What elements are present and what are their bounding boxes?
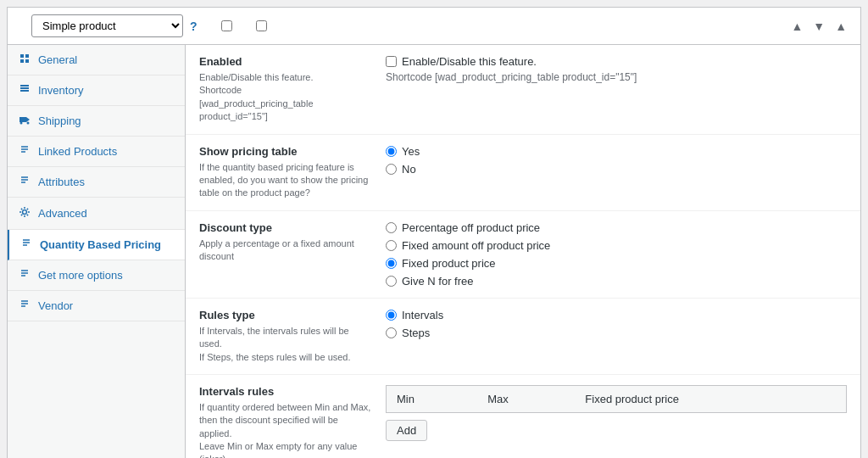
sidebar-label-shipping: Shipping	[38, 114, 81, 127]
radio-group-show-pricing-table: YesNo	[386, 145, 847, 176]
label-col-show-pricing-table: Show pricing tableIf the quantity based …	[199, 145, 386, 200]
radio-label-yes: Yes	[402, 145, 420, 158]
radio-label-give-n-free: Give N for free	[402, 275, 474, 288]
value-col-discount-type: Percentage off product priceFixed amount…	[386, 221, 847, 288]
sidebar-icon-vendor	[18, 299, 31, 312]
svg-rect-5	[20, 90, 29, 92]
radio-discount-type-give-n-free[interactable]	[386, 276, 397, 287]
intervals-col-header-0: Min	[387, 385, 478, 412]
radio-discount-type-percentage[interactable]	[386, 222, 397, 233]
sidebar-label-quantity-based-pricing: Quantity Based Pricing	[40, 238, 161, 251]
virtual-checkbox[interactable]	[221, 20, 232, 31]
sidebar-icon-linked-products	[18, 145, 31, 158]
svg-rect-6	[20, 85, 29, 87]
main-content: EnabledEnable/Disable this feature.Short…	[186, 45, 860, 458]
svg-point-9	[20, 122, 23, 125]
expand-button[interactable]: ▲	[832, 18, 850, 35]
product-type-select[interactable]: Simple productVariable productGrouped pr…	[31, 14, 183, 37]
desc-show-pricing-table: If the quantity based pricing feature is…	[199, 161, 372, 200]
label-intervals-rules: Intervals rules	[199, 385, 372, 398]
value-col-rules-type: IntervalsSteps	[386, 309, 847, 339]
radio-show-pricing-table-yes[interactable]	[386, 146, 397, 157]
sidebar-item-general[interactable]: General	[8, 45, 185, 75]
svg-rect-4	[20, 87, 29, 89]
radio-label-percentage: Percentage off product price	[402, 221, 540, 234]
radio-item-no: No	[386, 163, 847, 176]
radio-item-fixed-price: Fixed product price	[386, 257, 847, 270]
sidebar-icon-get-more-options	[18, 269, 31, 282]
intervals-col-header-1: Max	[477, 385, 575, 412]
label-show-pricing-table: Show pricing table	[199, 145, 372, 158]
settings-row-enabled: EnabledEnable/Disable this feature.Short…	[186, 45, 860, 135]
svg-marker-8	[26, 117, 30, 122]
radio-label-steps: Steps	[402, 327, 430, 339]
sidebar: GeneralInventoryShippingLinked ProductsA…	[8, 45, 186, 458]
label-rules-type: Rules type	[199, 309, 372, 321]
label-col-intervals-rules: Intervals rulesIf quantity ordered betwe…	[199, 385, 386, 458]
radio-discount-type-fixed-amount[interactable]	[386, 240, 397, 251]
add-interval-button[interactable]: Add	[386, 420, 427, 441]
svg-point-11	[23, 210, 27, 215]
svg-rect-2	[20, 59, 24, 63]
radio-label-fixed-price: Fixed product price	[402, 257, 496, 270]
radio-item-give-n-free: Give N for free	[386, 275, 847, 288]
sidebar-icon-advanced	[18, 206, 31, 221]
sidebar-label-general: General	[38, 53, 77, 66]
sidebar-item-shipping[interactable]: Shipping	[8, 106, 185, 137]
radio-item-yes: Yes	[386, 145, 847, 158]
settings-row-rules-type: Rules typeIf Intervals, the intervals ru…	[186, 299, 860, 375]
sidebar-icon-quantity-based-pricing	[19, 238, 33, 251]
value-col-show-pricing-table: YesNo	[386, 145, 847, 176]
svg-rect-1	[25, 54, 29, 58]
radio-group-rules-type: IntervalsSteps	[386, 309, 847, 339]
collapse-up-button[interactable]: ▲	[787, 18, 806, 35]
panel-header: Simple productVariable productGrouped pr…	[8, 8, 860, 45]
settings-row-intervals-rules: Intervals rulesIf quantity ordered betwe…	[186, 375, 860, 458]
sidebar-item-attributes[interactable]: Attributes	[8, 167, 185, 198]
sidebar-icon-general	[18, 53, 31, 66]
sidebar-item-get-more-options[interactable]: Get more options	[8, 260, 185, 291]
product-data-panel: Simple productVariable productGrouped pr…	[7, 7, 861, 458]
label-col-enabled: EnabledEnable/Disable this feature.Short…	[199, 55, 386, 124]
svg-rect-0	[20, 54, 24, 58]
svg-rect-3	[25, 59, 29, 63]
sidebar-label-attributes: Attributes	[38, 176, 85, 188]
desc-enabled: Enable/Disable this feature.Shortcode[wa…	[199, 71, 372, 124]
radio-label-intervals: Intervals	[402, 309, 443, 321]
sidebar-item-vendor[interactable]: Vendor	[8, 291, 185, 321]
desc-rules-type: If Intervals, the intervals rules will b…	[199, 325, 372, 364]
downloadable-checkbox[interactable]	[256, 20, 267, 31]
sidebar-label-linked-products: Linked Products	[38, 145, 117, 158]
sidebar-item-inventory[interactable]: Inventory	[8, 75, 185, 106]
sidebar-label-advanced: Advanced	[38, 207, 87, 220]
panel-body: GeneralInventoryShippingLinked ProductsA…	[8, 45, 860, 458]
radio-rules-type-steps[interactable]	[386, 327, 397, 338]
radio-discount-type-fixed-price[interactable]	[386, 258, 397, 269]
collapse-down-button[interactable]: ▼	[810, 18, 828, 35]
help-button[interactable]: ?	[190, 20, 198, 33]
shortcode-display: Shortcode [wad_product_pricing_table pro…	[386, 71, 847, 83]
desc-intervals-rules: If quantity ordered between Min and Max,…	[199, 401, 372, 458]
sidebar-item-advanced[interactable]: Advanced	[8, 198, 185, 230]
settings-row-discount-type: Discount typeApply a percentage or a fix…	[186, 211, 860, 299]
sidebar-label-inventory: Inventory	[38, 84, 83, 97]
radio-item-intervals: Intervals	[386, 309, 847, 321]
sidebar-label-vendor: Vendor	[38, 299, 73, 312]
sidebar-item-linked-products[interactable]: Linked Products	[8, 137, 185, 167]
sidebar-icon-shipping	[18, 114, 31, 127]
radio-show-pricing-table-no[interactable]	[386, 164, 397, 175]
svg-rect-7	[19, 117, 26, 122]
sidebar-item-quantity-based-pricing[interactable]: Quantity Based Pricing	[8, 230, 185, 260]
radio-label-fixed-amount: Fixed amount off product price	[402, 239, 550, 252]
collapse-controls: ▲ ▼ ▲	[787, 18, 850, 35]
radio-rules-type-intervals[interactable]	[386, 310, 397, 321]
enabled-checkbox[interactable]	[386, 56, 397, 67]
value-col-intervals-rules: MinMaxFixed product priceAdd	[386, 385, 847, 441]
value-col-enabled: Enable/Disable this feature.Shortcode [w…	[386, 55, 847, 83]
sidebar-label-get-more-options: Get more options	[38, 269, 123, 282]
desc-discount-type: Apply a percentage or a fixed amount dis…	[199, 237, 372, 264]
label-col-rules-type: Rules typeIf Intervals, the intervals ru…	[199, 309, 386, 364]
intervals-col-header-2: Fixed product price	[575, 385, 846, 412]
settings-row-show-pricing-table: Show pricing tableIf the quantity based …	[186, 135, 860, 211]
enabled-checkbox-label: Enable/Disable this feature.	[402, 55, 537, 68]
